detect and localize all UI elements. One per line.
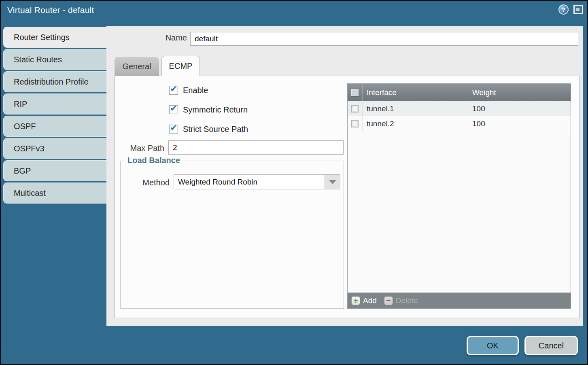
checkbox[interactable]: ✔ (169, 125, 178, 134)
interface-table-header: Interface Weight (348, 84, 571, 101)
checkbox[interactable]: ✔ (169, 86, 178, 95)
ecmp-checkbox-group: ✔ Enable ✔ Symmetric Return ✔ Strict Sou… (169, 86, 248, 134)
add-plus-icon: + (351, 296, 360, 305)
sidebar-item[interactable]: Multicast (3, 182, 106, 204)
interface-cell: tunnel.2 (362, 116, 468, 131)
sidebar-item-label: Static Routes (14, 55, 62, 64)
help-icon[interactable]: ? (558, 4, 569, 15)
virtual-router-dialog: Virtual Router - default ? Router Settin… (0, 0, 588, 365)
add-button[interactable]: + Add (351, 296, 377, 305)
table-empty-area (348, 131, 571, 293)
sidebar-item-label: BGP (14, 166, 31, 175)
table-footer: + Add − Delete (348, 293, 571, 308)
delete-minus-icon: − (384, 296, 393, 305)
sidebar-item-label: OSPF (14, 122, 36, 131)
interface-table: Interface Weight tunnel.1 100 tunnel.2 1… (347, 83, 571, 309)
method-dropdown[interactable]: Weighted Round Robin (174, 174, 340, 189)
weight-cell: 100 (468, 116, 571, 131)
checkbox-row[interactable]: ✔ Strict Source Path (169, 125, 248, 134)
interface-cell: tunnel.1 (362, 101, 468, 116)
sidebar: Router Settings Static Routes Redistribu… (3, 25, 106, 204)
sidebar-item[interactable]: Static Routes (3, 49, 106, 70)
sidebar-item[interactable]: Redistribution Profile (3, 71, 106, 92)
chevron-down-icon[interactable] (325, 175, 340, 189)
sidebar-item-label: Multicast (14, 189, 46, 197)
ok-button[interactable]: OK (467, 336, 519, 355)
max-path-input[interactable]: 2 (168, 140, 344, 155)
sidebar-item[interactable]: RIP (3, 93, 106, 115)
max-path-label: Max Path (115, 144, 164, 153)
interface-column-header[interactable]: Interface (362, 84, 468, 101)
name-input[interactable]: default (190, 32, 578, 46)
sidebar-item-label: Redistribution Profile (14, 77, 89, 86)
sidebar-item[interactable]: OSPF (3, 116, 106, 137)
dialog-title: Virtual Router - default (7, 5, 94, 15)
select-all-checkbox[interactable] (351, 89, 359, 96)
checkbox-label: Symmetric Return (183, 105, 248, 115)
load-balance-legend: Load Balance (125, 156, 182, 165)
checkbox-label: Strict Source Path (183, 125, 248, 134)
checkbox-row[interactable]: ✔ Symmetric Return (169, 105, 248, 114)
method-dropdown-value: Weighted Round Robin (178, 175, 257, 189)
checkmark-icon: ✔ (170, 123, 177, 133)
sidebar-item-label: Router Settings (14, 33, 70, 42)
delete-button[interactable]: − Delete (384, 296, 418, 305)
ecmp-tab-panel: ✔ Enable ✔ Symmetric Return ✔ Strict Sou… (115, 76, 580, 318)
sidebar-item[interactable]: Router Settings (3, 27, 106, 48)
cancel-button[interactable]: Cancel (524, 336, 578, 355)
table-row[interactable]: tunnel.1 100 (348, 101, 571, 116)
table-row[interactable]: tunnel.2 100 (348, 116, 571, 131)
method-label: Method (121, 178, 170, 187)
checkmark-icon: ✔ (170, 84, 177, 94)
sidebar-item[interactable]: BGP (3, 160, 106, 181)
name-label: Name (146, 33, 187, 42)
interface-table-body: tunnel.1 100 tunnel.2 100 (348, 101, 571, 131)
sidebar-item-label: RIP (14, 100, 27, 108)
tab-ecmp[interactable]: ECMP (161, 56, 200, 76)
load-balance-group: Load Balance Method Weighted Round Robin (120, 161, 344, 309)
sidebar-item[interactable]: OSPFv3 (3, 138, 106, 159)
checkbox[interactable]: ✔ (169, 105, 178, 114)
tab-general[interactable]: General (115, 57, 159, 76)
weight-cell: 100 (468, 101, 571, 116)
checkmark-icon: ✔ (170, 103, 177, 114)
checkbox-row[interactable]: ✔ Enable (169, 86, 248, 95)
row-checkbox[interactable] (351, 105, 359, 112)
checkbox-label: Enable (183, 86, 208, 95)
sidebar-item-label: OSPFv3 (14, 144, 45, 153)
window-restore-icon[interactable] (573, 5, 583, 14)
weight-column-header[interactable]: Weight (468, 84, 571, 101)
row-checkbox[interactable] (351, 120, 359, 127)
